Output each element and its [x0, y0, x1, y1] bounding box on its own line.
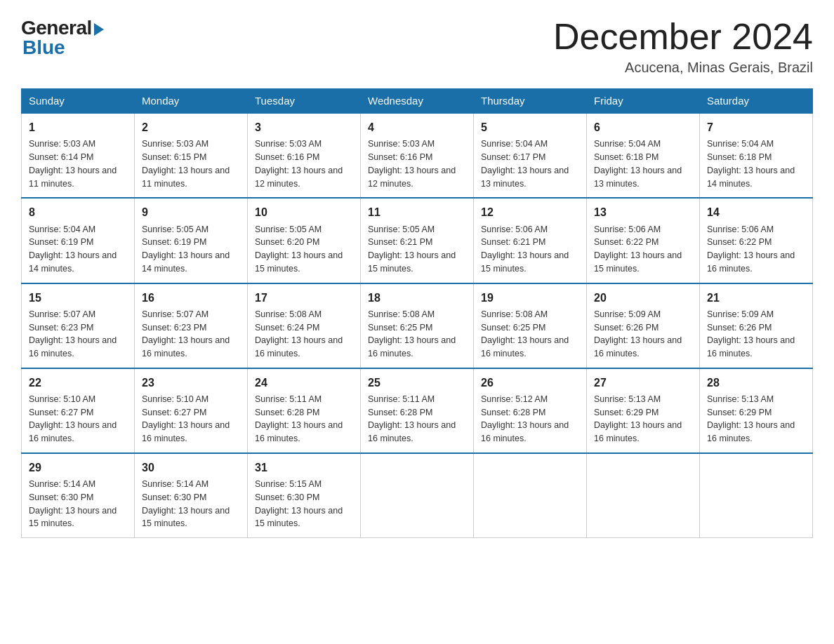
day-number: 24 [255, 375, 353, 391]
day-info: Sunrise: 5:04 AMSunset: 6:18 PMDaylight:… [707, 137, 805, 190]
day-number: 27 [594, 375, 692, 391]
day-info: Sunrise: 5:14 AMSunset: 6:30 PMDaylight:… [142, 478, 240, 530]
day-info: Sunrise: 5:04 AMSunset: 6:18 PMDaylight:… [594, 137, 692, 190]
day-info: Sunrise: 5:07 AMSunset: 6:23 PMDaylight:… [29, 308, 127, 361]
day-info: Sunrise: 5:07 AMSunset: 6:23 PMDaylight:… [142, 308, 240, 361]
empty-cell [587, 453, 700, 538]
day-cell-27: 27Sunrise: 5:13 AMSunset: 6:29 PMDayligh… [587, 368, 700, 453]
day-info: Sunrise: 5:13 AMSunset: 6:29 PMDaylight:… [594, 393, 692, 445]
day-cell-7: 7Sunrise: 5:04 AMSunset: 6:18 PMDaylight… [700, 113, 813, 198]
day-info: Sunrise: 5:03 AMSunset: 6:14 PMDaylight:… [29, 137, 127, 190]
day-number: 8 [29, 204, 127, 220]
day-info: Sunrise: 5:08 AMSunset: 6:25 PMDaylight:… [368, 308, 466, 361]
day-number: 10 [255, 204, 353, 220]
day-info: Sunrise: 5:05 AMSunset: 6:19 PMDaylight:… [142, 223, 240, 276]
day-info: Sunrise: 5:13 AMSunset: 6:29 PMDaylight:… [707, 393, 805, 445]
week-row-5: 29Sunrise: 5:14 AMSunset: 6:30 PMDayligh… [22, 453, 813, 538]
day-cell-9: 9Sunrise: 5:05 AMSunset: 6:19 PMDaylight… [135, 198, 248, 283]
day-info: Sunrise: 5:15 AMSunset: 6:30 PMDaylight:… [255, 478, 353, 530]
day-cell-31: 31Sunrise: 5:15 AMSunset: 6:30 PMDayligh… [248, 453, 361, 538]
day-number: 16 [142, 290, 240, 306]
logo-arrow-icon [94, 23, 104, 36]
day-cell-1: 1Sunrise: 5:03 AMSunset: 6:14 PMDaylight… [22, 113, 135, 198]
day-cell-8: 8Sunrise: 5:04 AMSunset: 6:19 PMDaylight… [22, 198, 135, 283]
day-info: Sunrise: 5:05 AMSunset: 6:20 PMDaylight:… [255, 223, 353, 276]
day-cell-20: 20Sunrise: 5:09 AMSunset: 6:26 PMDayligh… [587, 283, 700, 368]
day-cell-5: 5Sunrise: 5:04 AMSunset: 6:17 PMDaylight… [474, 113, 587, 198]
day-cell-22: 22Sunrise: 5:10 AMSunset: 6:27 PMDayligh… [22, 368, 135, 453]
day-cell-11: 11Sunrise: 5:05 AMSunset: 6:21 PMDayligh… [361, 198, 474, 283]
calendar-table: SundayMondayTuesdayWednesdayThursdayFrid… [21, 88, 813, 538]
day-info: Sunrise: 5:08 AMSunset: 6:25 PMDaylight:… [481, 308, 579, 361]
day-number: 31 [255, 459, 353, 476]
day-info: Sunrise: 5:06 AMSunset: 6:22 PMDaylight:… [707, 223, 805, 276]
header-tuesday: Tuesday [248, 89, 361, 114]
day-info: Sunrise: 5:10 AMSunset: 6:27 PMDaylight:… [29, 393, 127, 445]
day-number: 5 [481, 119, 579, 135]
day-number: 15 [29, 290, 127, 306]
day-cell-26: 26Sunrise: 5:12 AMSunset: 6:28 PMDayligh… [474, 368, 587, 453]
day-info: Sunrise: 5:06 AMSunset: 6:21 PMDaylight:… [481, 223, 579, 276]
day-number: 28 [707, 375, 805, 391]
day-number: 25 [368, 375, 466, 391]
day-cell-10: 10Sunrise: 5:05 AMSunset: 6:20 PMDayligh… [248, 198, 361, 283]
day-cell-13: 13Sunrise: 5:06 AMSunset: 6:22 PMDayligh… [587, 198, 700, 283]
day-number: 13 [594, 204, 692, 220]
day-number: 9 [142, 204, 240, 220]
day-number: 11 [368, 204, 466, 220]
day-cell-25: 25Sunrise: 5:11 AMSunset: 6:28 PMDayligh… [361, 368, 474, 453]
day-cell-17: 17Sunrise: 5:08 AMSunset: 6:24 PMDayligh… [248, 283, 361, 368]
day-number: 19 [481, 290, 579, 306]
day-number: 3 [255, 119, 353, 135]
day-info: Sunrise: 5:11 AMSunset: 6:28 PMDaylight:… [255, 393, 353, 445]
day-cell-21: 21Sunrise: 5:09 AMSunset: 6:26 PMDayligh… [700, 283, 813, 368]
day-cell-23: 23Sunrise: 5:10 AMSunset: 6:27 PMDayligh… [135, 368, 248, 453]
day-number: 23 [142, 375, 240, 391]
logo-blue-text: Blue [21, 36, 65, 59]
day-info: Sunrise: 5:12 AMSunset: 6:28 PMDaylight:… [481, 393, 579, 445]
day-info: Sunrise: 5:09 AMSunset: 6:26 PMDaylight:… [594, 308, 692, 361]
week-row-2: 8Sunrise: 5:04 AMSunset: 6:19 PMDaylight… [22, 198, 813, 283]
header-sunday: Sunday [22, 89, 135, 114]
header-row: SundayMondayTuesdayWednesdayThursdayFrid… [22, 89, 813, 114]
day-cell-14: 14Sunrise: 5:06 AMSunset: 6:22 PMDayligh… [700, 198, 813, 283]
header-wednesday: Wednesday [361, 89, 474, 114]
header-thursday: Thursday [474, 89, 587, 114]
day-number: 1 [29, 119, 127, 135]
day-number: 17 [255, 290, 353, 306]
empty-cell [361, 453, 474, 538]
day-cell-6: 6Sunrise: 5:04 AMSunset: 6:18 PMDaylight… [587, 113, 700, 198]
week-row-1: 1Sunrise: 5:03 AMSunset: 6:14 PMDaylight… [22, 113, 813, 198]
day-cell-2: 2Sunrise: 5:03 AMSunset: 6:15 PMDaylight… [135, 113, 248, 198]
day-info: Sunrise: 5:04 AMSunset: 6:17 PMDaylight:… [481, 137, 579, 190]
day-info: Sunrise: 5:08 AMSunset: 6:24 PMDaylight:… [255, 308, 353, 361]
day-cell-29: 29Sunrise: 5:14 AMSunset: 6:30 PMDayligh… [22, 453, 135, 538]
day-info: Sunrise: 5:04 AMSunset: 6:19 PMDaylight:… [29, 223, 127, 276]
day-number: 21 [707, 290, 805, 306]
day-number: 30 [142, 459, 240, 476]
week-row-4: 22Sunrise: 5:10 AMSunset: 6:27 PMDayligh… [22, 368, 813, 453]
day-cell-3: 3Sunrise: 5:03 AMSunset: 6:16 PMDaylight… [248, 113, 361, 198]
day-number: 6 [594, 119, 692, 135]
day-info: Sunrise: 5:09 AMSunset: 6:26 PMDaylight:… [707, 308, 805, 361]
day-number: 14 [707, 204, 805, 220]
day-number: 7 [707, 119, 805, 135]
day-cell-30: 30Sunrise: 5:14 AMSunset: 6:30 PMDayligh… [135, 453, 248, 538]
day-number: 12 [481, 204, 579, 220]
header-friday: Friday [587, 89, 700, 114]
location-title: Acucena, Minas Gerais, Brazil [553, 60, 813, 76]
day-number: 26 [481, 375, 579, 391]
empty-cell [474, 453, 587, 538]
logo: General Blue [21, 17, 104, 59]
day-number: 2 [142, 119, 240, 135]
day-cell-24: 24Sunrise: 5:11 AMSunset: 6:28 PMDayligh… [248, 368, 361, 453]
title-block: December 2024 Acucena, Minas Gerais, Bra… [553, 17, 813, 76]
day-cell-18: 18Sunrise: 5:08 AMSunset: 6:25 PMDayligh… [361, 283, 474, 368]
day-cell-16: 16Sunrise: 5:07 AMSunset: 6:23 PMDayligh… [135, 283, 248, 368]
day-cell-28: 28Sunrise: 5:13 AMSunset: 6:29 PMDayligh… [700, 368, 813, 453]
day-info: Sunrise: 5:03 AMSunset: 6:16 PMDaylight:… [255, 137, 353, 190]
day-number: 29 [29, 459, 127, 476]
day-info: Sunrise: 5:03 AMSunset: 6:15 PMDaylight:… [142, 137, 240, 190]
page-header: General Blue December 2024 Acucena, Mina… [21, 17, 813, 76]
day-info: Sunrise: 5:10 AMSunset: 6:27 PMDaylight:… [142, 393, 240, 445]
